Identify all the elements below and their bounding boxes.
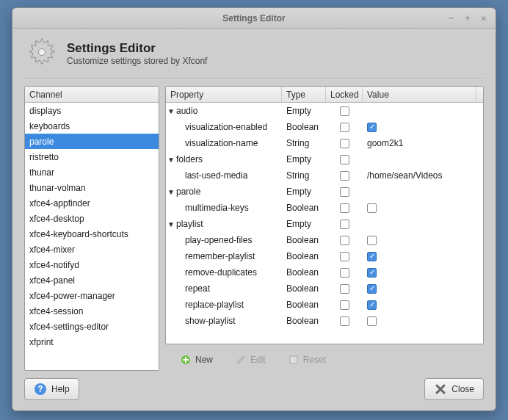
- settings-editor-window: Settings Editor − + × Settings Editor Cu…: [12, 7, 496, 411]
- property-type: Boolean: [282, 316, 326, 326]
- property-name: folders: [176, 154, 203, 164]
- property-group-row[interactable]: ▼paroleEmpty: [166, 184, 483, 200]
- property-row[interactable]: visualization-enabledBoolean: [166, 119, 483, 135]
- value-checkbox[interactable]: [367, 252, 377, 261]
- column-header-locked[interactable]: Locked: [326, 87, 363, 102]
- locked-checkbox[interactable]: [340, 155, 349, 164]
- value-checkbox[interactable]: [367, 284, 377, 294]
- column-header-value[interactable]: Value: [363, 87, 476, 102]
- locked-checkbox[interactable]: [340, 236, 349, 245]
- property-name: audio: [176, 106, 197, 116]
- property-value: [363, 123, 476, 132]
- channel-item[interactable]: thunar: [25, 164, 159, 180]
- locked-checkbox[interactable]: [340, 316, 349, 326]
- locked-checkbox[interactable]: [340, 268, 349, 278]
- window-title: Settings Editor: [222, 13, 285, 23]
- page-subtitle: Customize settings stored by Xfconf: [67, 56, 207, 66]
- locked-checkbox[interactable]: [340, 171, 349, 181]
- property-name: repeat: [185, 283, 210, 294]
- property-group-row[interactable]: ▼audioEmpty: [166, 103, 483, 119]
- svg-rect-5: [290, 356, 297, 363]
- channel-item[interactable]: xfce4-mixer: [25, 242, 159, 257]
- value-checkbox[interactable]: [367, 268, 377, 278]
- value-checkbox[interactable]: [367, 123, 377, 132]
- expander-icon[interactable]: ▼: [166, 220, 176, 228]
- channel-item[interactable]: xfce4-desktop: [25, 211, 159, 226]
- titlebar[interactable]: Settings Editor − + ×: [12, 8, 496, 29]
- expander-icon[interactable]: ▼: [166, 188, 176, 196]
- property-row[interactable]: remember-playlistBoolean: [166, 248, 483, 264]
- channel-item[interactable]: xfce4-notifyd: [25, 257, 159, 272]
- expander-icon[interactable]: ▼: [166, 156, 176, 164]
- channel-item[interactable]: keyboards: [25, 118, 159, 134]
- channel-item[interactable]: xfce4-keyboard-shortcuts: [25, 226, 159, 242]
- value-checkbox[interactable]: [367, 316, 377, 326]
- property-group-row[interactable]: ▼foldersEmpty: [166, 151, 483, 167]
- property-name: parole: [176, 187, 200, 197]
- property-row[interactable]: show-playlistBoolean: [166, 313, 483, 329]
- page-title: Settings Editor: [67, 41, 207, 56]
- new-button[interactable]: New: [175, 352, 217, 368]
- channel-item[interactable]: xfce4-power-manager: [25, 288, 159, 303]
- property-value: /home/sean/Videos: [363, 170, 476, 181]
- svg-rect-4: [183, 359, 189, 361]
- property-row[interactable]: visualization-nameStringgoom2k1: [166, 135, 483, 151]
- expander-icon[interactable]: ▼: [166, 107, 176, 115]
- value-checkbox[interactable]: [367, 203, 377, 213]
- property-type: Boolean: [282, 300, 326, 310]
- property-name: last-used-media: [185, 170, 247, 181]
- property-row[interactable]: repeatBoolean: [166, 280, 483, 297]
- add-icon: [180, 354, 192, 366]
- locked-checkbox[interactable]: [340, 106, 349, 116]
- maximize-button[interactable]: +: [462, 12, 473, 23]
- channel-item[interactable]: displays: [25, 103, 159, 118]
- channel-item[interactable]: xfce4-appfinder: [25, 195, 159, 211]
- locked-checkbox[interactable]: [340, 300, 349, 310]
- property-row[interactable]: replace-playlistBoolean: [166, 297, 483, 313]
- channel-item[interactable]: parole: [25, 134, 159, 149]
- reset-button[interactable]: Reset: [283, 352, 330, 368]
- close-label: Close: [451, 384, 474, 394]
- property-type: Boolean: [282, 267, 326, 278]
- property-row[interactable]: remove-duplicatesBoolean: [166, 264, 483, 280]
- channel-item[interactable]: ristretto: [25, 149, 159, 164]
- locked-checkbox[interactable]: [340, 139, 349, 148]
- value-checkbox[interactable]: [367, 300, 377, 310]
- locked-checkbox[interactable]: [340, 284, 349, 294]
- channel-item[interactable]: xfprint: [25, 334, 159, 350]
- reset-icon: [288, 354, 300, 366]
- close-window-button[interactable]: ×: [478, 12, 490, 23]
- property-row[interactable]: play-opened-filesBoolean: [166, 232, 483, 248]
- channel-list[interactable]: displayskeyboardsparoleristrettothunarth…: [25, 103, 159, 370]
- channel-item[interactable]: xfce4-settings-editor: [25, 319, 159, 334]
- help-label: Help: [51, 384, 70, 394]
- value-checkbox[interactable]: [367, 236, 377, 245]
- property-value: [363, 252, 476, 261]
- locked-checkbox[interactable]: [340, 123, 349, 132]
- property-value: [363, 203, 476, 213]
- property-row[interactable]: multimedia-keysBoolean: [166, 200, 483, 216]
- channel-item[interactable]: xfce4-session: [25, 303, 159, 319]
- locked-checkbox[interactable]: [340, 187, 349, 197]
- property-value: [363, 268, 476, 278]
- channel-header[interactable]: Channel: [25, 87, 159, 103]
- channel-item[interactable]: xfce4-panel: [25, 272, 159, 288]
- locked-checkbox[interactable]: [340, 252, 349, 261]
- minimize-button[interactable]: −: [446, 12, 457, 23]
- property-type: Empty: [282, 154, 326, 164]
- property-name: multimedia-keys: [185, 203, 249, 213]
- new-label: New: [195, 355, 213, 365]
- property-list[interactable]: ▼audioEmptyvisualization-enabledBooleanv…: [166, 103, 483, 344]
- locked-checkbox[interactable]: [340, 203, 349, 213]
- property-group-row[interactable]: ▼playlistEmpty: [166, 216, 483, 232]
- locked-checkbox[interactable]: [340, 220, 349, 229]
- property-row[interactable]: last-used-mediaString/home/sean/Videos: [166, 167, 483, 184]
- channel-item[interactable]: thunar-volman: [25, 180, 159, 195]
- property-name: replace-playlist: [185, 300, 244, 310]
- column-header-property[interactable]: Property: [166, 87, 282, 102]
- svg-point-1: [38, 48, 45, 55]
- close-button[interactable]: Close: [424, 378, 484, 400]
- help-button[interactable]: ? Help: [24, 378, 79, 400]
- column-header-type[interactable]: Type: [282, 87, 326, 102]
- edit-button[interactable]: Edit: [231, 352, 270, 368]
